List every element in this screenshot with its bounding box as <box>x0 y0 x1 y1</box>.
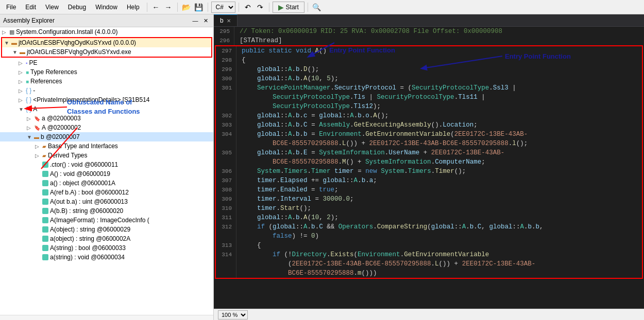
code-content-314a: if (!Directory.Exists(Environment.GetEnv… <box>236 250 642 259</box>
tree-item-astringvoid[interactable]: a(string) : void @06000034 <box>0 253 213 262</box>
main-area: Assembly Explorer — ✕ ▷ ▩ System.Configu… <box>0 14 644 320</box>
tree-item-typerefs[interactable]: ▷ ■ Type References <box>0 67 213 77</box>
tree-item-a02000003[interactable]: ▷ 🔖 a @02000003 <box>0 114 213 123</box>
line-num-300: 300 <box>216 74 236 83</box>
menu-view[interactable]: View <box>41 3 63 12</box>
code-content-310: timer.Start(); <box>236 204 642 213</box>
tree-toggle-A02[interactable]: ▷ <box>27 125 34 131</box>
start-button[interactable]: ▶ Start <box>273 2 304 13</box>
nav-forward-button[interactable]: → <box>163 2 174 13</box>
tree-item-ctor[interactable]: .ctor() : void @06000011 <box>0 160 213 169</box>
tree-item-Aimageformat[interactable]: A(ImageFormat) : ImageCodecInfo ( <box>0 216 213 225</box>
panel-close-button[interactable]: ✕ <box>201 16 210 25</box>
line-num-297: 297 <box>216 46 236 56</box>
tree-label-b02: b @02000007 <box>41 133 80 140</box>
tab-b-close[interactable]: ✕ <box>227 18 231 24</box>
search-button[interactable]: 🔍 <box>311 2 323 13</box>
tree-label-classA: A <box>33 105 37 113</box>
menu-file[interactable]: File <box>2 3 20 12</box>
tree-item-pe[interactable]: ▷ ▪ PE <box>0 58 213 67</box>
play-icon: ▶ <box>278 3 284 11</box>
tree-item-refbA[interactable]: A(ref b.A) : bool @06000012 <box>0 188 213 197</box>
tree-area[interactable]: ▷ ▩ System.Configuration.Install (4.0.0.… <box>0 27 213 315</box>
open-button[interactable]: 📂 <box>181 2 192 13</box>
tree-label-Avoid: A() : void @06000019 <box>50 170 110 177</box>
code-line-313: 313 { <box>216 241 642 250</box>
zoom-selector[interactable]: 100 % 75 % 150 % <box>218 310 248 319</box>
tree-label-typerefs: Type References <box>30 68 77 76</box>
code-content-303: global::A.b.C = Assembly.GetExecutingAss… <box>236 120 642 130</box>
tree-toggle-privateimpl[interactable]: ▷ <box>19 97 26 103</box>
tree-label-empty1: - <box>33 87 35 94</box>
nav-back-button[interactable]: ← <box>150 2 162 13</box>
code-line-305b: BC6E-855570295888.M() + SystemInformatio… <box>216 157 642 167</box>
tree-item-root[interactable]: ▷ ▩ System.Configuration.Install (4.0.0.… <box>0 27 213 37</box>
line-num-301c <box>216 102 236 111</box>
line-num-305b <box>216 157 236 167</box>
tree-toggle-b02[interactable]: ▼ <box>27 134 34 140</box>
tree-item-aobjectstr[interactable]: a(object) : string @0600002A <box>0 234 213 243</box>
line-num-312a: 312 <box>216 222 236 232</box>
code-line-304b: BC6E-855570295888.L()) + 2EE0172C-13BE-4… <box>216 139 642 148</box>
undo-button[interactable]: ↶ <box>242 2 253 13</box>
code-content-307: timer.Elapsed += global::A.b.a; <box>236 176 642 185</box>
tree-item-derived[interactable]: ▷ ▰ Derived Types <box>0 151 213 160</box>
redo-button[interactable]: ↷ <box>255 2 266 13</box>
language-selector[interactable]: C# VB IL <box>211 2 235 13</box>
tree-toggle-classA[interactable]: ▼ <box>19 106 26 112</box>
tree-item-Avoid[interactable]: A() : void @06000019 <box>0 169 213 179</box>
code-line-314a: 314 if (!Directory.Exists(Environment.Ge… <box>216 250 642 259</box>
tree-toggle-references[interactable]: ▷ <box>19 79 26 84</box>
tree-item-classA[interactable]: ▼ { } A <box>0 104 213 114</box>
line-num-310: 310 <box>216 204 236 213</box>
tree-item-highlighted[interactable]: ▼ ▬ jtOAtGLnESBFVqhgOydKuSYxvd (0.0.0.0) <box>2 38 211 47</box>
tree-item-privateimpl[interactable]: ▷ { } <PrivateImplementationDetails> [S2… <box>0 95 213 104</box>
tree-label-outba: A(out b.a) : uint @06000013 <box>50 198 128 205</box>
menu-help[interactable]: Help <box>123 3 144 12</box>
menu-edit[interactable]: Edit <box>21 3 40 12</box>
bottom-bar: 100 % 75 % 150 % <box>214 309 644 320</box>
horizontal-scrollbar[interactable] <box>0 315 213 320</box>
tree-item-exe[interactable]: ▼ ▬ jtOAtGLnESBFVqhgOydKuSYxvd.exe <box>2 47 211 57</box>
tree-item-AbB[interactable]: A(b.B) : string @06000020 <box>0 206 213 216</box>
tree-toggle-derived[interactable]: ▷ <box>35 153 42 158</box>
tree-toggle-root[interactable]: ▷ <box>2 29 9 35</box>
tree-item-empty1[interactable]: ▷ { } - <box>0 86 213 95</box>
tree-toggle-typerefs[interactable]: ▷ <box>19 69 26 75</box>
line-num-309: 309 <box>216 194 236 204</box>
tree-item-Astringbool[interactable]: A(string) : bool @06000033 <box>0 243 213 253</box>
line-num-305a: 305 <box>216 148 236 157</box>
toolbar-divider-2 <box>177 3 178 12</box>
code-line-310: 310 timer.Start(); <box>216 204 642 213</box>
tab-b[interactable]: b ✕ <box>214 14 238 26</box>
code-area[interactable]: 295 // Token: 0x06000019 RID: 25 RVA: 0x… <box>214 27 644 279</box>
tree-toggle-basetype[interactable]: ▷ <box>35 144 42 149</box>
tree-item-A02000002[interactable]: ▷ 🔖 A @02000002 <box>0 123 213 132</box>
tree-item-b02000007[interactable]: ▼ ▬ b @02000007 <box>0 132 213 141</box>
panel-pin-button[interactable]: — <box>191 16 200 25</box>
menu-window[interactable]: Window <box>91 3 122 12</box>
tree-item-basetype[interactable]: ▷ ▰ Base Type and Interfaces <box>0 141 213 151</box>
tree-label-Aimageformat: A(ImageFormat) : ImageCodecInfo ( <box>50 217 149 224</box>
tree-toggle-pe[interactable]: ▷ <box>19 60 26 66</box>
tree-toggle-highlighted[interactable]: ▼ <box>4 40 11 46</box>
tree-toggle-exe[interactable]: ▼ <box>12 49 20 55</box>
tree-item-aobject[interactable]: a() : object @0600001A <box>0 179 213 188</box>
line-num-314a: 314 <box>216 250 236 259</box>
code-line-298: 298 { <box>216 56 642 65</box>
line-num-299: 299 <box>216 65 236 74</box>
tree-item-references[interactable]: ▷ ■ References <box>0 77 213 86</box>
start-label: Start <box>286 4 299 11</box>
tree-toggle-empty1[interactable]: ▷ <box>19 88 26 94</box>
tree-item-outba[interactable]: A(out b.a) : uint @06000013 <box>0 197 213 206</box>
tree-label-derived: Derived Types <box>48 152 87 159</box>
tree-label-astringvoid: a(string) : void @06000034 <box>50 254 125 261</box>
menu-debug[interactable]: Debug <box>64 3 90 12</box>
save-button[interactable]: 💾 <box>193 2 205 13</box>
tree-item-Aobjectstr[interactable]: A(object) : string @06000029 <box>0 225 213 234</box>
tree-toggle-a02[interactable]: ▷ <box>27 116 34 121</box>
line-num-314b <box>216 259 236 269</box>
code-line-299: 299 global::A.b.D(); <box>216 65 642 74</box>
toolbar-divider-3 <box>208 3 208 12</box>
code-content-295: // Token: 0x06000019 RID: 25 RVA: 0x0000… <box>234 27 644 36</box>
